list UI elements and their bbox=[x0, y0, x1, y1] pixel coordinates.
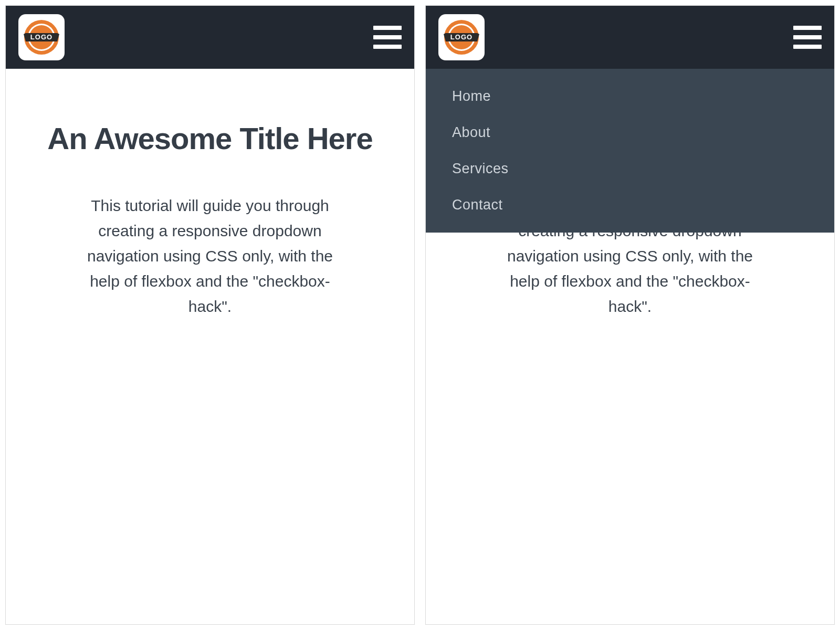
navbar: LOGO bbox=[426, 6, 834, 69]
page-content: An Awesome Title Here This tutorial will… bbox=[6, 69, 414, 319]
nav-item-services[interactable]: Services bbox=[426, 151, 834, 187]
mobile-frame-open: LOGO Home About Services Contact An Awes… bbox=[425, 5, 835, 625]
svg-text:LOGO: LOGO bbox=[450, 33, 472, 41]
hamburger-icon[interactable] bbox=[793, 26, 822, 49]
page-subtitle: This tutorial will guide you through cre… bbox=[74, 193, 346, 319]
svg-text:LOGO: LOGO bbox=[30, 33, 52, 41]
dropdown-menu: Home About Services Contact bbox=[426, 69, 834, 233]
nav-item-about[interactable]: About bbox=[426, 114, 834, 151]
logo[interactable]: LOGO bbox=[438, 14, 485, 60]
nav-item-contact[interactable]: Contact bbox=[426, 187, 834, 223]
logo-icon: LOGO bbox=[442, 17, 481, 57]
hamburger-icon[interactable] bbox=[373, 26, 402, 49]
mobile-frame-closed: LOGO An Awesome Title Here This tutorial… bbox=[5, 5, 415, 625]
page-title: An Awesome Title Here bbox=[37, 121, 383, 156]
logo[interactable]: LOGO bbox=[18, 14, 65, 60]
navbar: LOGO bbox=[6, 6, 414, 69]
nav-item-home[interactable]: Home bbox=[426, 78, 834, 114]
logo-icon: LOGO bbox=[22, 17, 61, 57]
